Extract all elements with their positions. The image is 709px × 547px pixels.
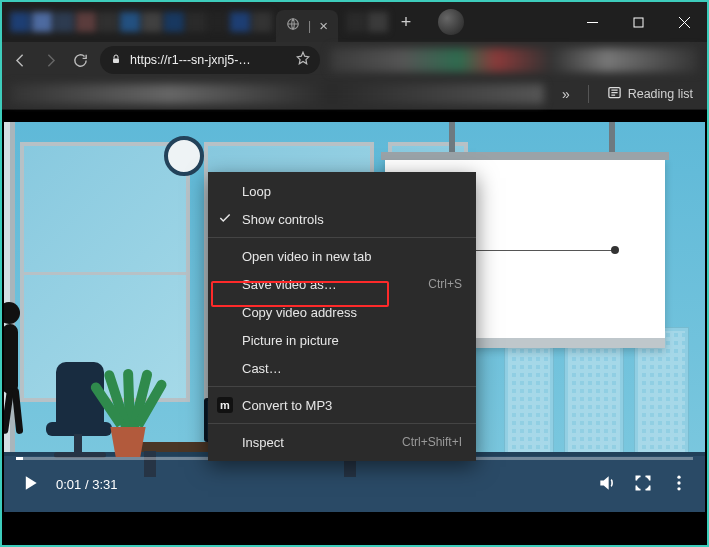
context-menu-convert-mp3[interactable]: m Convert to MP3 <box>208 391 476 419</box>
video-current-time: 0:01 <box>56 477 81 492</box>
video-controls: 0:01 / 3:31 <box>4 461 705 507</box>
shortcut-label: Ctrl+Shift+I <box>402 435 462 449</box>
titlebar-blur-region-2 <box>346 12 388 32</box>
back-button[interactable] <box>10 50 30 70</box>
svg-point-4 <box>677 475 680 478</box>
bookmarks-blur-region <box>10 84 544 104</box>
window-minimize-button[interactable] <box>569 2 615 42</box>
svg-point-5 <box>677 481 680 484</box>
reading-list-button[interactable]: Reading list <box>601 82 699 106</box>
window-close-button[interactable] <box>661 2 707 42</box>
context-menu-open-new-tab[interactable]: Open video in new tab <box>208 242 476 270</box>
reload-button[interactable] <box>70 50 90 70</box>
menu-divider <box>208 237 476 238</box>
titlebar-left: | × + <box>2 2 569 42</box>
extensions-blur-region <box>330 48 699 72</box>
svg-point-6 <box>677 487 680 490</box>
new-tab-button[interactable]: + <box>392 12 420 33</box>
window-maximize-button[interactable] <box>615 2 661 42</box>
browser-tab-active[interactable]: | × <box>276 10 338 42</box>
browser-toolbar: https://r1---sn-jxnj5-… <box>2 42 707 78</box>
bookmarks-overflow-button[interactable]: » <box>556 86 576 102</box>
address-bar[interactable]: https://r1---sn-jxnj5-… <box>100 46 320 74</box>
window-controls <box>569 2 707 42</box>
titlebar-blur-region <box>10 12 272 32</box>
reading-list-label: Reading list <box>628 87 693 101</box>
svg-rect-2 <box>113 59 119 64</box>
extension-m-icon: m <box>217 397 233 413</box>
play-button[interactable] <box>20 473 40 496</box>
url-text: https://r1---sn-jxnj5-… <box>130 53 288 67</box>
globe-icon <box>286 17 300 34</box>
context-menu-loop[interactable]: Loop <box>208 177 476 205</box>
forward-button[interactable] <box>40 50 60 70</box>
context-menu-picture-in-picture[interactable]: Picture in picture <box>208 326 476 354</box>
reading-list-icon <box>607 85 622 103</box>
tab-separator: | <box>308 19 311 33</box>
more-options-button[interactable] <box>669 473 689 496</box>
divider <box>588 85 589 103</box>
bookmarks-bar: » Reading list <box>2 78 707 110</box>
lock-icon <box>110 51 122 69</box>
context-menu-cast[interactable]: Cast… <box>208 354 476 382</box>
volume-button[interactable] <box>597 473 617 496</box>
context-menu-save-video-as[interactable]: Save video as…Ctrl+S <box>208 270 476 298</box>
context-menu-copy-address[interactable]: Copy video address <box>208 298 476 326</box>
video-context-menu: Loop Show controls Open video in new tab… <box>208 172 476 461</box>
menu-divider <box>208 386 476 387</box>
video-duration: 3:31 <box>92 477 117 492</box>
star-icon[interactable] <box>296 51 310 69</box>
profile-avatar[interactable] <box>438 9 464 35</box>
tab-close-icon[interactable]: × <box>319 17 328 34</box>
shortcut-label: Ctrl+S <box>428 277 462 291</box>
context-menu-inspect[interactable]: InspectCtrl+Shift+I <box>208 428 476 456</box>
svg-rect-1 <box>634 18 643 27</box>
video-time-display: 0:01 / 3:31 <box>56 477 117 492</box>
fullscreen-button[interactable] <box>633 473 653 496</box>
window-titlebar: | × + <box>2 2 707 42</box>
menu-divider <box>208 423 476 424</box>
check-icon <box>218 211 232 225</box>
context-menu-show-controls[interactable]: Show controls <box>208 205 476 233</box>
